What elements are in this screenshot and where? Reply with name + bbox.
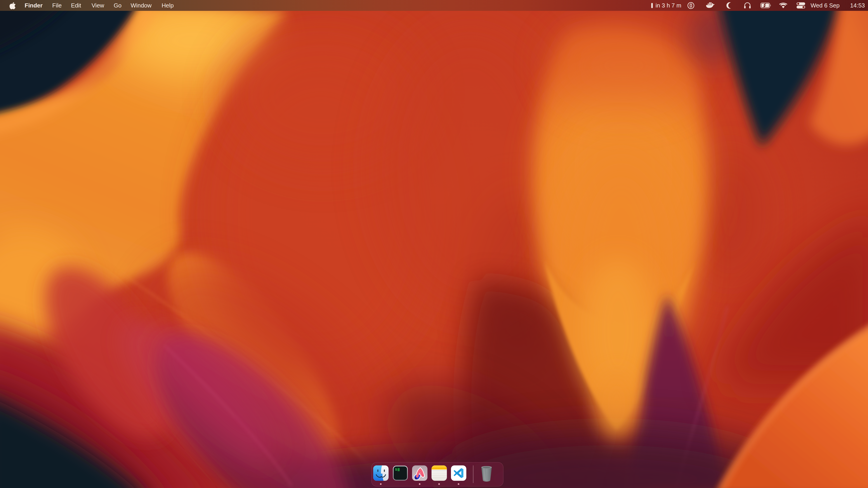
svg-text:$: $ <box>395 468 397 471</box>
